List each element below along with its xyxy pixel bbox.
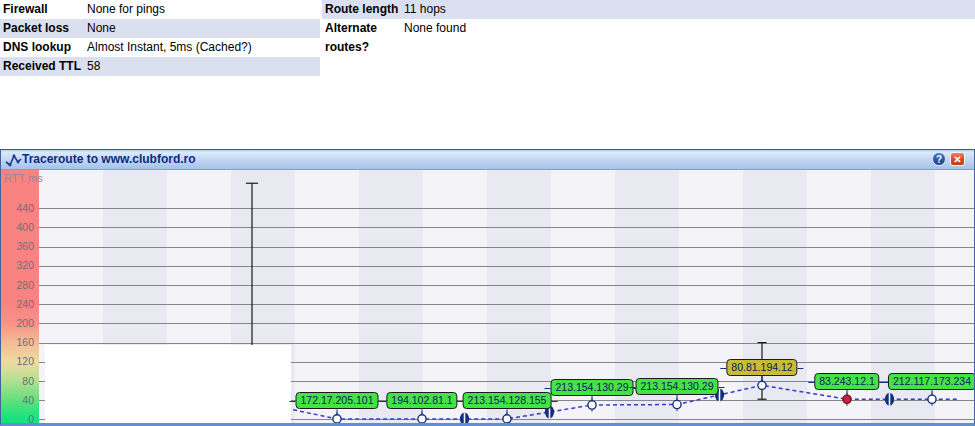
summary-value: None found — [404, 19, 466, 38]
summary-value: 11 hops — [404, 0, 446, 19]
summary-value: Almost Instant, 5ms (Cached?) — [87, 38, 252, 57]
summary-label: Received TTL — [0, 57, 87, 76]
help-button[interactable]: ? — [932, 152, 946, 166]
summary-row-firewall: FirewallNone for pings — [0, 0, 320, 19]
summary-row-packet-loss: Packet lossNone — [0, 19, 320, 38]
hop-ip-label-hop4[interactable]: 172.17.205.101 — [296, 392, 379, 409]
traceroute-chart: RTT ms 040801201602002402803203604004401… — [1, 170, 974, 423]
blank-overlay-box — [45, 345, 291, 423]
summary-value: None — [87, 19, 116, 38]
window-title: Traceroute to www.clubford.ro — [22, 152, 196, 166]
summary-label: Alternate routes? — [322, 19, 404, 57]
summary-row-route-length: Route length11 hops — [322, 0, 975, 19]
hop-point-hop5[interactable] — [418, 415, 426, 423]
hop-point-hop10[interactable] — [843, 395, 851, 403]
summary-label: Packet loss — [0, 19, 87, 38]
hop-ip-label-hop5[interactable]: 194.102.81.1 — [386, 392, 457, 409]
summary-label: DNS lookup — [0, 38, 87, 57]
traceroute-titlebar[interactable]: Traceroute to www.clubford.ro ? ✕ — [1, 149, 974, 170]
hop-ip-label-hop9[interactable]: 80.81.194.12 — [726, 359, 797, 376]
hop-ip-label-hop7[interactable]: 213.154.130.29 — [551, 379, 634, 396]
hop-ip-label-hop10[interactable]: 83.243.12.1 — [814, 373, 879, 390]
network-report-page: FirewallNone for pingsPacket lossNoneDNS… — [0, 0, 975, 426]
hop-point-hop11[interactable] — [928, 395, 936, 403]
summary-table-left: FirewallNone for pingsPacket lossNoneDNS… — [0, 0, 320, 76]
hop-ip-label-hop6[interactable]: 213.154.128.155 — [463, 392, 552, 409]
hop-point-hop9[interactable] — [758, 381, 766, 389]
close-icon[interactable]: ✕ — [950, 152, 965, 166]
summary-value: 58 — [87, 57, 100, 76]
hop-point-hop7[interactable] — [588, 401, 596, 409]
hop-ip-label-hop11[interactable]: 212.117.173.234 — [888, 373, 974, 390]
sparkline-icon — [5, 153, 22, 170]
hop-point-hop4[interactable] — [333, 415, 341, 423]
summary-table-right: Route length11 hopsAlternate routes?None… — [322, 0, 975, 57]
summary-label: Route length — [322, 0, 404, 19]
summary-value: None for pings — [87, 0, 165, 19]
traceroute-window: Traceroute to www.clubford.ro ? ✕ RTT ms… — [0, 149, 975, 426]
summary-section: FirewallNone for pingsPacket lossNoneDNS… — [0, 0, 975, 149]
summary-label: Firewall — [0, 0, 87, 19]
summary-row-alternate-routes: Alternate routes?None found — [322, 19, 975, 57]
summary-row-received-ttl: Received TTL58 — [0, 57, 320, 76]
hop-ip-label-hop8[interactable]: 213.154.130.29 — [636, 378, 719, 395]
summary-row-dns-lookup: DNS lookupAlmost Instant, 5ms (Cached?) — [0, 38, 320, 57]
hop-point-hop6[interactable] — [503, 415, 511, 423]
hop-point-hop8[interactable] — [673, 400, 681, 408]
